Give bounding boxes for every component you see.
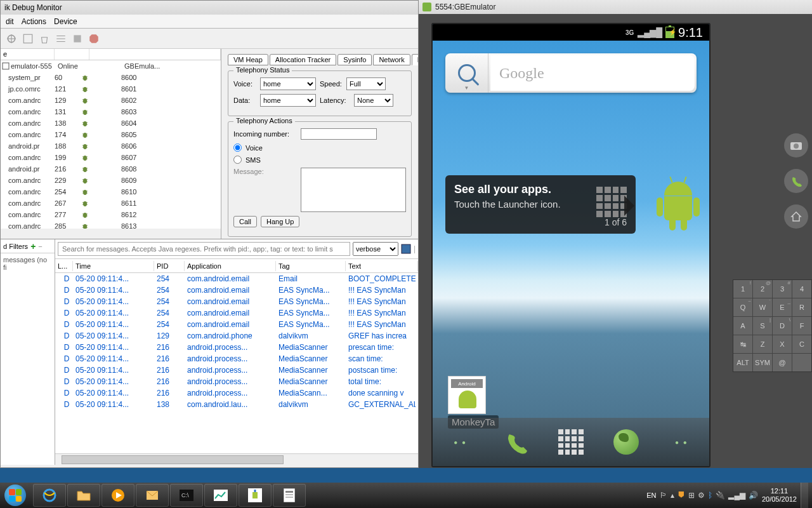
taskbar-explorer[interactable] — [67, 484, 100, 507]
keyboard-key[interactable]: 4 — [792, 280, 811, 298]
tray-clock[interactable]: 12:11 20/05/2012 — [762, 487, 797, 503]
tab-alloc-tracker[interactable]: Allocation Tracker — [270, 54, 336, 65]
keyboard-key[interactable]: D\ — [773, 317, 792, 335]
log-rows[interactable]: D 05-20 09:11:4... 254 com.android.email… — [55, 273, 418, 453]
voice-select[interactable]: home — [260, 77, 316, 90]
log-row[interactable]: D 05-20 09:11:4... 216 android.process..… — [55, 353, 418, 364]
remove-filter-icon[interactable]: − — [38, 243, 42, 250]
log-row[interactable]: D 05-20 09:11:4... 254 com.android.email… — [55, 273, 418, 284]
taskbar-mediaplayer[interactable] — [102, 484, 134, 507]
keyboard-key[interactable]: SYM — [753, 354, 772, 371]
log-row[interactable]: D 05-20 09:11:4... 254 com.android.email… — [55, 296, 418, 307]
log-col-text[interactable]: Text — [346, 261, 418, 271]
tab-vm-heap[interactable]: VM Heap — [228, 54, 268, 65]
log-horizontal-scrollbar[interactable] — [55, 453, 418, 465]
voice-radio[interactable] — [233, 144, 242, 152]
keyboard-key[interactable]: F — [792, 317, 811, 335]
keyboard-key[interactable]: X — [773, 335, 792, 353]
call-button-side[interactable] — [784, 169, 808, 193]
show-desktop-button[interactable] — [801, 483, 808, 508]
keyboard-key[interactable]: E_ — [773, 298, 792, 316]
device-screen[interactable]: 3G ▂▄▆█ ⚡ 9:11 ▼ Google See all your app… — [431, 23, 710, 467]
taskbar-chart[interactable] — [204, 484, 237, 507]
process-row[interactable]: android.pr 188 8606 — [1, 140, 221, 152]
keyboard-key[interactable]: 3# — [773, 280, 792, 298]
taskbar-doc[interactable] — [273, 484, 306, 507]
add-filter-icon[interactable]: + — [30, 241, 36, 251]
process-row[interactable]: com.andrc 254 8610 — [1, 186, 221, 197]
keyboard-key[interactable]: ALT — [733, 354, 752, 371]
dock-browser[interactable] — [610, 425, 643, 458]
taskbar-androidsdk[interactable] — [239, 484, 272, 507]
keyboard-key[interactable]: W` — [753, 298, 772, 316]
process-row[interactable]: com.andrc 285 8613 — [1, 220, 221, 229]
log-row[interactable]: D 05-20 09:11:4... 129 com.android.phone… — [55, 330, 418, 342]
log-col-time[interactable]: Time — [73, 261, 154, 271]
log-row[interactable]: D 05-20 09:11:4... 254 com.android.email… — [55, 284, 418, 296]
process-row[interactable]: system_pr 60 8600 — [1, 72, 221, 83]
dev-col-port[interactable] — [89, 49, 221, 60]
log-row[interactable]: D 05-20 09:11:4... 254 com.android.email… — [55, 307, 418, 319]
camera-button[interactable] — [784, 133, 808, 157]
save-log-icon[interactable] — [401, 244, 411, 254]
ddms-titlebar[interactable]: ik Debug Monitor — [1, 1, 418, 15]
flag-icon[interactable]: 🏳 — [660, 491, 667, 500]
taskbar-cmd[interactable]: C:\ — [170, 484, 203, 507]
log-level-select[interactable]: verbose — [353, 242, 398, 256]
home-button-side[interactable] — [784, 204, 808, 229]
keyboard-key[interactable] — [792, 354, 811, 371]
message-textarea[interactable] — [301, 168, 406, 212]
sms-radio[interactable] — [233, 156, 242, 164]
log-row[interactable]: D 05-20 09:11:4... 216 android.process..… — [55, 387, 418, 399]
shield-icon[interactable]: ⛊ — [678, 491, 685, 500]
menu-actions[interactable]: Actions — [22, 17, 46, 26]
power-icon[interactable]: 🔌 — [716, 491, 725, 500]
dock-right-indicator[interactable]: ● ● — [665, 425, 698, 458]
process-row[interactable]: com.andrc 277 8612 — [1, 209, 221, 220]
taskbar-ie[interactable] — [33, 484, 66, 507]
threads-icon[interactable] — [55, 33, 67, 44]
stop-icon[interactable] — [88, 33, 100, 44]
keyboard-key[interactable]: Z — [753, 335, 772, 353]
call-button[interactable]: Call — [233, 216, 257, 227]
tray-gear-icon[interactable]: ⚙ — [698, 491, 705, 500]
keyboard-key[interactable]: 1! — [733, 280, 752, 298]
menu-edit[interactable]: dit — [6, 17, 14, 26]
keyboard-key[interactable]: A — [733, 317, 752, 335]
debug-icon[interactable] — [6, 33, 17, 44]
dock-left-indicator[interactable]: ● ● — [444, 425, 477, 458]
latency-select[interactable]: None — [354, 94, 393, 107]
keyboard-key[interactable]: ↹ — [733, 335, 752, 353]
process-row[interactable]: android.pr 216 8608 — [1, 163, 221, 175]
emulator-titlebar[interactable]: 5554:GBEmulator — [419, 0, 812, 14]
dev-col-name[interactable]: e — [1, 49, 55, 60]
process-row[interactable]: com.andrc 199 8607 — [1, 152, 221, 163]
search-button[interactable]: ▼ — [445, 53, 488, 93]
keyboard-key[interactable]: 2@ — [753, 280, 772, 298]
gc-icon[interactable] — [39, 33, 50, 44]
log-col-tag[interactable]: Tag — [276, 261, 346, 271]
log-col-app[interactable]: Application — [185, 261, 276, 271]
log-col-level[interactable]: L... — [55, 261, 73, 271]
log-row[interactable]: D 05-20 09:11:4... 216 android.process..… — [55, 376, 418, 387]
speed-select[interactable]: Full — [346, 77, 386, 90]
snapshot-icon[interactable] — [22, 33, 34, 44]
tray-net-icon[interactable]: ⊞ — [688, 491, 695, 500]
search-placeholder[interactable]: Google — [490, 55, 695, 91]
volume-icon[interactable]: 🔊 — [749, 491, 758, 500]
log-row[interactable]: D 05-20 09:11:4... 216 android.process..… — [55, 364, 418, 376]
android-mascot-icon[interactable] — [656, 182, 700, 236]
menu-device[interactable]: Device — [54, 17, 77, 26]
bluetooth-icon[interactable]: ᛒ — [708, 491, 712, 500]
keyboard-key[interactable]: S| — [753, 317, 772, 335]
process-row[interactable]: jp.co.omrc 121 8601 — [1, 83, 221, 95]
network-bars-icon[interactable]: ▂▄▆ — [728, 491, 745, 500]
tab-sysinfo[interactable]: Sysinfo — [337, 54, 372, 65]
process-row[interactable]: com.andrc 174 8605 — [1, 129, 221, 140]
incoming-input[interactable] — [301, 128, 377, 140]
process-row[interactable]: com.andrc 229 8609 — [1, 175, 221, 186]
tray-up-icon[interactable]: ▴ — [671, 491, 674, 500]
tab-network[interactable]: Network — [373, 54, 410, 65]
keyboard-key[interactable]: C — [792, 335, 811, 353]
tab-emulator[interactable]: Emu — [412, 54, 418, 65]
